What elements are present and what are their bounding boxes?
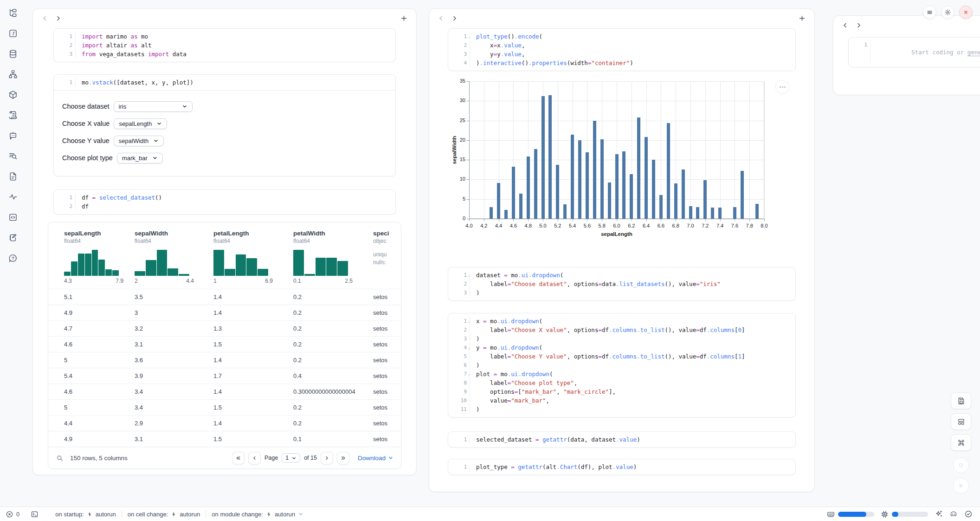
code-line[interactable]: x = mo.ui.dropdown( [470, 317, 795, 326]
sidebar-item-help[interactable]: ? [6, 252, 19, 265]
code-line[interactable]: ) [470, 334, 795, 343]
ai-sparkles-icon[interactable] [935, 510, 943, 518]
connection-status-icon[interactable] [964, 510, 973, 518]
dropdown-select[interactable]: mark_bar [117, 153, 163, 163]
sidebar-item-packages[interactable] [6, 88, 19, 101]
y-axis-title: sepalWidth [451, 136, 457, 164]
code-line[interactable]: label="Choose plot type", [470, 378, 795, 387]
code-line[interactable]: selected_dataset = getattr(data, dataset… [470, 435, 795, 444]
copilot-icon[interactable] [949, 510, 958, 518]
next-page-button[interactable] [321, 452, 333, 464]
code-line[interactable]: ).interactive().properties(width="contai… [470, 59, 795, 67]
code-editor[interactable]: 1mo.vstack([dataset, x, y, plot]) [54, 75, 395, 90]
code-line[interactable]: ) [470, 361, 795, 370]
column-header[interactable]: sepalWidthfloat6424.4 [135, 230, 213, 284]
chevron-left-icon[interactable] [437, 14, 445, 23]
on-startup-setting[interactable]: on startup: autorun [50, 507, 122, 521]
chevron-right-icon[interactable] [54, 14, 63, 23]
code-line[interactable]: df [75, 202, 395, 211]
sidebar-item-code-view[interactable] [6, 211, 19, 224]
fold-chevron-icon[interactable]: ⌄ [468, 370, 471, 378]
code-line[interactable]: from vega_datasets import data [75, 50, 395, 59]
chevron-right-icon[interactable] [450, 14, 459, 23]
altair-bar-chart[interactable]: 4.04.24.44.64.85.05.25.45.65.86.06.26.46… [448, 78, 791, 253]
chart-actions-icon[interactable] [775, 80, 789, 94]
save-icon[interactable] [951, 392, 971, 409]
last-page-button[interactable] [337, 452, 349, 464]
code-line[interactable]: mo.vstack([dataset, x, y, plot]) [75, 78, 395, 87]
search-icon[interactable] [56, 454, 64, 462]
sidebar-item-scratchpad[interactable] [6, 231, 19, 244]
command-shortcuts-icon[interactable] [951, 434, 971, 451]
code-editor[interactable]: 1⌄x = mo.ui.dropdown(2 label="Choose X v… [448, 313, 795, 417]
bar [645, 137, 648, 219]
prev-page-button[interactable] [248, 452, 261, 464]
add-cell-icon[interactable] [797, 13, 807, 23]
code-line[interactable]: y=y.value, [470, 50, 795, 59]
code-line[interactable]: plot_type = getattr(alt.Chart(df), plot.… [470, 462, 795, 471]
code-line[interactable]: import marimo as mo [75, 32, 395, 41]
terminal-icon[interactable] [25, 507, 44, 521]
code-line[interactable]: y = mo.ui.dropdown( [470, 343, 795, 352]
fold-chevron-icon[interactable]: ⌄ [468, 32, 471, 41]
sidebar-item-logs[interactable] [6, 109, 19, 122]
on-cell-change-setting[interactable]: on cell change: autorun [122, 507, 206, 521]
fold-chevron-icon[interactable]: ⌄ [468, 317, 471, 326]
code-line[interactable]: df = selected_dataset() [75, 193, 395, 202]
chevron-left-icon[interactable] [40, 14, 49, 23]
stop-icon[interactable] [953, 457, 969, 473]
page-select[interactable]: 1 [282, 453, 300, 462]
chevron-left-icon[interactable] [841, 21, 850, 30]
dropdown-select[interactable]: sepalLength [114, 118, 167, 129]
sidebar-item-ai-chat[interactable] [6, 129, 19, 142]
code-line[interactable]: options=["mark_bar", "mark_circle"], [470, 387, 795, 396]
code-line[interactable]: ) [470, 405, 795, 414]
generate-link[interactable]: generate [967, 49, 980, 56]
on-module-change-setting[interactable]: on module change: autorun [206, 507, 309, 521]
code-line[interactable]: value="mark_bar", [470, 396, 795, 405]
sidebar-item-file-explorer[interactable] [6, 7, 19, 20]
sidebar-item-dependency-graph[interactable] [6, 68, 19, 81]
code-editor-placeholder[interactable]: Start coding or generate with [870, 42, 980, 63]
chevron-right-icon[interactable] [854, 21, 863, 30]
code-line[interactable]: label="Choose Y value", options=df.colum… [470, 352, 795, 361]
code-line[interactable]: plot = mo.ui.dropdown( [470, 370, 795, 378]
sidebar-item-datasources[interactable] [6, 47, 19, 60]
first-page-button[interactable] [232, 452, 245, 464]
sidebar-item-outline-search[interactable] [6, 150, 19, 163]
column-header[interactable]: speciobjecuniqunulls: [373, 230, 401, 284]
code-editor[interactable]: 1import marimo as mo2import altair as al… [54, 29, 395, 62]
fold-chevron-icon[interactable]: ⌄ [468, 271, 471, 280]
code-line[interactable]: x=x.value, [470, 41, 795, 50]
code-line[interactable]: import altair as alt [75, 41, 395, 50]
code-line[interactable]: dataset = mo.ui.dropdown( [470, 271, 795, 280]
code-line[interactable]: ) [470, 288, 795, 297]
code-editor[interactable]: 1df = selected_dataset()2df [54, 190, 395, 214]
fold-chevron-icon[interactable]: ⌄ [468, 343, 471, 352]
download-button[interactable]: Download [358, 455, 393, 462]
column-header[interactable]: petalWidthfloat640.12.5 [293, 230, 373, 284]
code-line[interactable]: plot_type().encode( [470, 32, 795, 41]
code-line[interactable]: label="Choose X value", options=df.colum… [470, 326, 795, 334]
dataframe-table: sepalLengthfloat644.37.9sepalWidthfloat6… [48, 222, 401, 469]
settings-gear-icon[interactable] [941, 6, 954, 19]
code-line[interactable]: label="Choose dataset", options=data.lis… [470, 280, 795, 288]
add-cell-icon[interactable] [399, 13, 409, 23]
code-editor[interactable]: 1⌄plot_type().encode(2 x=x.value,3 y=y.v… [448, 29, 795, 71]
dropdown-select[interactable]: iris [114, 101, 193, 112]
menu-icon[interactable] [923, 6, 936, 19]
code-editor[interactable]: 1selected_dataset = getattr(data, datase… [448, 432, 795, 447]
code-editor[interactable]: 1⌄dataset = mo.ui.dropdown(2 label="Choo… [448, 267, 795, 300]
close-icon[interactable] [959, 6, 973, 19]
dropdown-select[interactable]: sepalWidth [114, 136, 164, 146]
sidebar-item-snippets[interactable] [6, 170, 19, 183]
errors-indicator[interactable]: 0 [0, 507, 25, 521]
code-editor[interactable]: 1plot_type = getattr(alt.Chart(df), plot… [448, 459, 795, 475]
sidebar-item-tracing[interactable] [6, 190, 19, 203]
column-header[interactable]: sepalLengthfloat644.37.9 [64, 230, 135, 284]
sidebar-item-functions[interactable]: f [6, 27, 19, 40]
column-header[interactable]: petalLengthfloat6416.9 [213, 230, 293, 284]
search-list-icon [8, 151, 18, 161]
layout-panels-icon[interactable] [951, 413, 971, 430]
run-icon[interactable] [953, 478, 969, 494]
